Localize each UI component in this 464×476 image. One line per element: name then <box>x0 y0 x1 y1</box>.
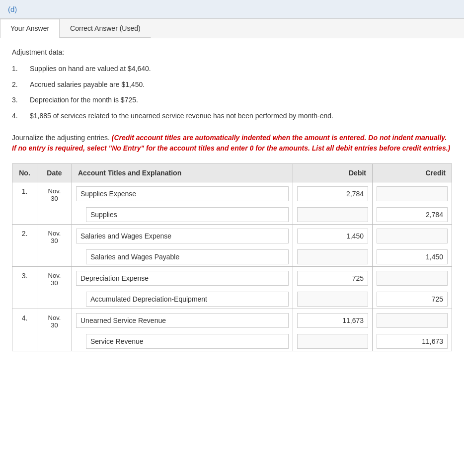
credit-input[interactable] <box>377 334 448 349</box>
account-input[interactable] <box>86 249 289 264</box>
credit-input[interactable] <box>377 313 448 328</box>
table-row: 2.Nov. 30 <box>12 225 452 248</box>
debit-cell <box>293 290 373 309</box>
account-input[interactable] <box>76 229 289 243</box>
table-row <box>12 247 452 267</box>
credit-cell <box>373 205 452 225</box>
entry-no: 2. <box>12 225 37 248</box>
credit-cell <box>373 309 452 332</box>
debit-input[interactable] <box>297 207 368 222</box>
table-row: 3.Nov. 30 <box>12 267 452 290</box>
tab-your-answer[interactable]: Your Answer <box>0 19 60 38</box>
entry-date: Nov. 30 <box>37 309 72 332</box>
entry-date <box>37 205 72 225</box>
item-text: Accrued salaries payable are $1,450. <box>30 80 145 90</box>
account-input[interactable] <box>86 292 289 307</box>
entry-no <box>12 205 37 225</box>
account-input[interactable] <box>76 313 289 328</box>
item-num: 4. <box>12 111 30 121</box>
item-text: $1,885 of services related to the unearn… <box>30 111 333 121</box>
col-debit: Debit <box>293 164 373 182</box>
debit-cell <box>293 205 373 225</box>
entry-no <box>12 290 37 309</box>
entry-no: 4. <box>12 309 37 332</box>
debit-input[interactable] <box>297 249 368 264</box>
journal-table: No. Date Account Titles and Explanation … <box>12 163 452 351</box>
entry-date: Nov. 30 <box>37 225 72 248</box>
entry-date <box>37 247 72 267</box>
credit-cell <box>373 225 452 248</box>
credit-input[interactable] <box>377 292 448 307</box>
account-input[interactable] <box>86 334 289 349</box>
entry-no <box>12 332 37 351</box>
credit-cell <box>373 182 452 206</box>
col-credit: Credit <box>373 164 452 182</box>
credit-input[interactable] <box>377 229 448 243</box>
account-input[interactable] <box>76 186 289 201</box>
account-cell <box>72 267 293 290</box>
debit-input[interactable] <box>297 186 368 201</box>
credit-input[interactable] <box>377 249 448 264</box>
instruction: Journalize the adjusting entries. (Credi… <box>12 133 452 154</box>
account-cell <box>72 225 293 248</box>
account-input[interactable] <box>76 271 289 286</box>
debit-cell <box>293 247 373 267</box>
credit-input[interactable] <box>377 271 448 286</box>
debit-cell <box>293 267 373 290</box>
credit-input[interactable] <box>377 207 448 222</box>
item-text: Depreciation for the month is $725. <box>30 95 138 105</box>
debit-input[interactable] <box>297 334 368 349</box>
debit-cell <box>293 309 373 332</box>
table-row: 1.Nov. 30 <box>12 182 452 206</box>
adjustment-item: 4.$1,885 of services related to the unea… <box>12 111 452 121</box>
account-input[interactable] <box>86 207 289 222</box>
col-date: Date <box>37 164 72 182</box>
adjustment-list: 1.Supplies on hand are valued at $4,640.… <box>12 64 452 121</box>
top-bar: (d) <box>0 0 464 19</box>
item-num: 1. <box>12 64 30 74</box>
item-num: 3. <box>12 95 30 105</box>
debit-input[interactable] <box>297 313 368 328</box>
credit-cell <box>373 267 452 290</box>
item-text: Supplies on hand are valued at $4,640. <box>30 64 151 74</box>
entry-date: Nov. 30 <box>37 267 72 290</box>
adjustment-item: 3.Depreciation for the month is $725. <box>12 95 452 105</box>
entry-no <box>12 247 37 267</box>
col-account: Account Titles and Explanation <box>72 164 293 182</box>
account-cell <box>72 332 293 351</box>
top-bar-label: (d) <box>8 5 17 13</box>
account-cell <box>72 182 293 206</box>
table-row <box>12 290 452 309</box>
main-content: Adjustment data: 1.Supplies on hand are … <box>0 38 464 361</box>
account-cell <box>72 309 293 332</box>
debit-input[interactable] <box>297 271 368 286</box>
debit-cell <box>293 182 373 206</box>
table-row: 4.Nov. 30 <box>12 309 452 332</box>
entry-date: Nov. 30 <box>37 182 72 206</box>
adjustment-title: Adjustment data: <box>12 48 452 56</box>
item-num: 2. <box>12 80 30 90</box>
account-cell <box>72 247 293 267</box>
debit-input[interactable] <box>297 292 368 307</box>
col-no: No. <box>12 164 37 182</box>
credit-input[interactable] <box>377 186 448 201</box>
entry-no: 1. <box>12 182 37 206</box>
table-row <box>12 332 452 351</box>
debit-cell <box>293 332 373 351</box>
instruction-start: Journalize the adjusting entries. <box>12 134 112 142</box>
table-row <box>12 205 452 225</box>
debit-cell <box>293 225 373 248</box>
debit-input[interactable] <box>297 229 368 243</box>
entry-date <box>37 332 72 351</box>
tabs-container: Your Answer Correct Answer (Used) <box>0 19 464 38</box>
account-cell <box>72 205 293 225</box>
entry-no: 3. <box>12 267 37 290</box>
account-cell <box>72 290 293 309</box>
entry-date <box>37 290 72 309</box>
tab-correct-answer[interactable]: Correct Answer (Used) <box>60 19 151 38</box>
credit-cell <box>373 247 452 267</box>
adjustment-item: 2.Accrued salaries payable are $1,450. <box>12 80 452 90</box>
adjustment-item: 1.Supplies on hand are valued at $4,640. <box>12 64 452 74</box>
credit-cell <box>373 332 452 351</box>
credit-cell <box>373 290 452 309</box>
